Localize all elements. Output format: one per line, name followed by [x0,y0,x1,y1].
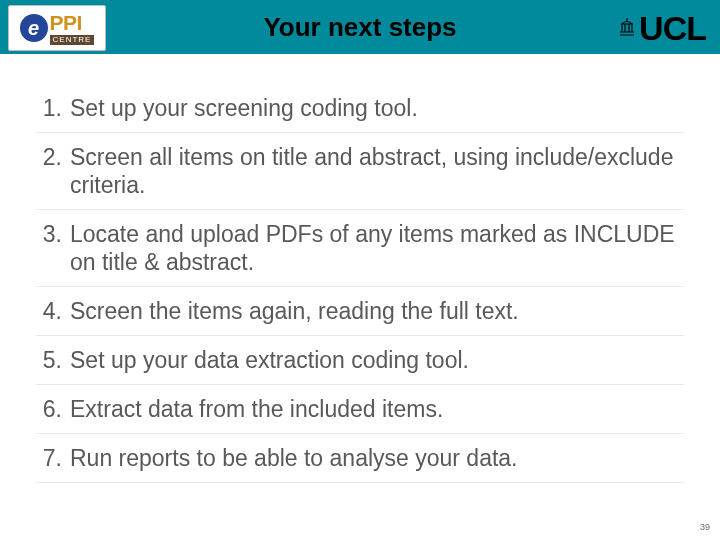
step-text: Locate and upload PDFs of any items mark… [66,220,684,276]
step-item: 2.Screen all items on title and abstract… [36,133,684,210]
step-number: 6. [36,395,66,423]
step-number: 1. [36,94,66,122]
step-number: 4. [36,297,66,325]
step-text: Screen all items on title and abstract, … [66,143,684,199]
step-number: 2. [36,143,66,199]
content: 1.Set up your screening coding tool. 2.S… [0,54,720,483]
step-text: Extract data from the included items. [66,395,443,423]
ucl-dome-icon [620,18,634,39]
ucl-logo: UCL [620,9,706,48]
step-text: Screen the items again, reading the full… [66,297,519,325]
slide: e PPI CENTRE Your next steps UCL 1.Set u… [0,0,720,540]
step-number: 7. [36,444,66,472]
ucl-text-label: UCL [639,9,706,48]
header-bar: e PPI CENTRE Your next steps UCL [0,0,720,54]
step-item: 4.Screen the items again, reading the fu… [36,287,684,336]
step-text: Set up your data extraction coding tool. [66,346,469,374]
step-number: 5. [36,346,66,374]
slide-title: Your next steps [0,0,720,54]
step-text: Set up your screening coding tool. [66,94,418,122]
step-item: 7.Run reports to be able to analyse your… [36,434,684,483]
step-item: 1.Set up your screening coding tool. [36,84,684,133]
step-item: 3.Locate and upload PDFs of any items ma… [36,210,684,287]
slide-number: 39 [700,522,710,532]
step-item: 5.Set up your data extraction coding too… [36,336,684,385]
step-item: 6.Extract data from the included items. [36,385,684,434]
step-number: 3. [36,220,66,276]
step-text: Run reports to be able to analyse your d… [66,444,518,472]
